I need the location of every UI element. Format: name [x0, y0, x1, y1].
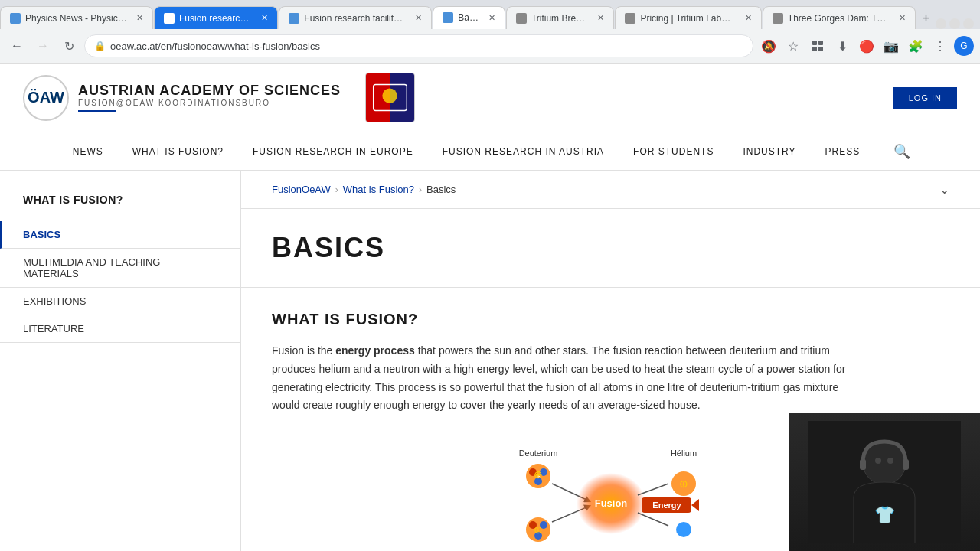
tab-favicon	[625, 13, 635, 24]
address-bar[interactable]: 🔒 oeaw.ac.at/en/fusionoeaw/what-is-fusio…	[84, 34, 753, 57]
lock-icon: 🔒	[94, 41, 106, 51]
tab-three-gorges[interactable]: Three Gorges Dam: The Worl... ✕	[763, 6, 916, 29]
tab-favicon	[773, 13, 783, 24]
tab-close[interactable]: ✕	[894, 13, 906, 23]
svg-line-20	[638, 484, 668, 495]
neutron-particle	[676, 522, 691, 537]
nav-fusion-europe[interactable]: FUSION RESEARCH IN EUROPE	[250, 146, 416, 157]
logo-icon[interactable]: ÖAW	[23, 75, 69, 121]
browser-toolbar: ← → ↻ 🔒 oeaw.ac.at/en/fusionoeaw/what-is…	[0, 29, 980, 63]
menu-button[interactable]: ⋮	[929, 35, 951, 57]
extension-icon-1[interactable]: 🔕	[758, 35, 779, 57]
sidebar-item-basics[interactable]: BASICS	[0, 221, 240, 249]
bookmark-star-icon[interactable]: ☆	[782, 35, 804, 57]
extension-icon-2[interactable]	[807, 35, 828, 57]
logo-underline	[78, 110, 116, 112]
extension-icon-5[interactable]: 📷	[880, 35, 902, 57]
coat-of-arms-emblem	[365, 73, 415, 122]
tab-label: Three Gorges Dam: The Worl...	[788, 13, 890, 24]
window-minimize[interactable]	[936, 18, 946, 29]
svg-text:👕: 👕	[874, 504, 896, 525]
nav-fusion-austria[interactable]: FUSION RESEARCH IN AUSTRIA	[439, 146, 607, 157]
breadcrumb-sep-2: ›	[419, 184, 422, 195]
extension-icon-3[interactable]: ⬇	[831, 35, 853, 57]
sidebar-item-literature[interactable]: LITERATURE	[0, 315, 240, 343]
tab-close[interactable]: ✕	[132, 13, 143, 23]
nav-press[interactable]: PRESS	[822, 146, 864, 157]
sidebar: WHAT IS FUSION? BASICS MULTIMEDIA AND TE…	[0, 171, 241, 551]
nav-what-is-fusion[interactable]: WHAT IS FUSION?	[129, 146, 227, 157]
tab-close[interactable]: ✕	[410, 13, 422, 23]
toolbar-icons: 🔕 ☆ ⬇ 🔴 📷 🧩 ⋮ G	[758, 35, 974, 57]
tab-label: Tritium Breeding	[531, 13, 589, 24]
svg-point-29	[875, 458, 881, 464]
forward-button[interactable]: →	[32, 35, 54, 57]
svg-line-23	[638, 513, 668, 526]
page-title-area: BASICS	[241, 209, 980, 288]
tab-label: Physics News - Physics New...	[25, 13, 127, 24]
section-title: WHAT IS FUSION?	[272, 311, 949, 328]
extension-icon-4[interactable]: 🔴	[856, 35, 877, 57]
sidebar-item-multimedia[interactable]: MULTIMEDIA AND TEACHING MATERIALS	[0, 249, 240, 288]
breadcrumb-what-is-fusion[interactable]: What is Fusion?	[343, 184, 414, 195]
tab-close[interactable]: ✕	[256, 13, 268, 23]
helium-label: Hélium	[670, 448, 696, 458]
tab-basics[interactable]: Basics ✕	[433, 6, 505, 29]
nav-for-students[interactable]: FOR STUDENTS	[630, 146, 717, 157]
tab-favicon	[443, 12, 453, 23]
window-close[interactable]	[963, 18, 974, 29]
window-maximize[interactable]	[949, 18, 960, 29]
svg-point-30	[887, 458, 893, 464]
tab-tritium-breeding[interactable]: Tritium Breeding ✕	[506, 6, 615, 29]
svg-text:⊕: ⊕	[679, 478, 688, 490]
extensions-button[interactable]: 🧩	[905, 35, 926, 57]
section-text-highlight: energy process	[335, 344, 415, 357]
tab-bar: Physics News - Physics New... ✕ Fusion r…	[0, 0, 980, 29]
svg-point-7	[382, 88, 397, 103]
svg-rect-27	[903, 459, 909, 470]
breadcrumb-fusionoeaw[interactable]: FusionOeAW	[272, 184, 331, 195]
login-button[interactable]: LOG IN	[893, 87, 957, 109]
tab-close[interactable]: ✕	[484, 13, 495, 23]
dept-name: FUSION@OEAW KOORDINATIONSBÜRO	[78, 99, 341, 107]
svg-text:Energy: Energy	[652, 500, 681, 510]
site-header: ÖAW AUSTRIAN ACADEMY OF SCIENCES FUSION@…	[0, 64, 980, 132]
tab-pricing-tritium[interactable]: Pricing | Tritium Laboratory ✕	[615, 6, 761, 29]
tab-close[interactable]: ✕	[740, 13, 752, 23]
logo-area: ÖAW AUSTRIAN ACADEMY OF SCIENCES FUSION@…	[23, 73, 893, 122]
tab-favicon	[10, 13, 21, 24]
new-tab-button[interactable]: +	[916, 8, 936, 29]
tab-favicon	[516, 13, 527, 24]
tab-fusion-research-jet[interactable]: Fusion research JET ✕	[154, 6, 278, 29]
reload-button[interactable]: ↻	[58, 35, 80, 57]
tab-fusion-facility[interactable]: Fusion research facility's final... ✕	[279, 6, 432, 29]
breadcrumb-current: Basics	[426, 184, 456, 195]
search-icon[interactable]: 🔍	[893, 143, 910, 160]
org-name: AUSTRIAN ACADEMY OF SCIENCES	[78, 83, 341, 99]
nav-industry[interactable]: INDUSTRY	[740, 146, 799, 157]
svg-marker-22	[691, 499, 699, 511]
sidebar-title: WHAT IS FUSION?	[0, 194, 240, 221]
section-text: Fusion is the energy process that powers…	[272, 342, 846, 415]
logo-text-area: AUSTRIAN ACADEMY OF SCIENCES FUSION@OEAW…	[78, 83, 341, 112]
tab-favicon	[289, 13, 299, 24]
fusion-diagram-svg: Deuterium Hélium Tritium Neutron +	[488, 445, 733, 551]
breadcrumb-sep-1: ›	[335, 184, 338, 195]
nav-news[interactable]: NEWS	[70, 146, 106, 157]
video-person: 👕	[789, 413, 980, 551]
tab-physics-news[interactable]: Physics News - Physics New... ✕	[0, 6, 153, 29]
svg-rect-1	[818, 41, 823, 45]
svg-text:⊕: ⊕	[534, 523, 543, 536]
fusion-diagram: Deuterium Hélium Tritium Neutron +	[488, 445, 733, 551]
person-silhouette-svg: 👕	[808, 421, 961, 543]
tab-label: Pricing | Tritium Laboratory	[640, 13, 735, 24]
tab-favicon	[164, 13, 175, 24]
video-overlay: 👕	[789, 413, 980, 551]
sidebar-item-exhibitions[interactable]: EXHIBITIONS	[0, 288, 240, 315]
chevron-down-icon[interactable]: ⌄	[939, 182, 949, 197]
back-button[interactable]: ←	[6, 35, 28, 57]
page-title: BASICS	[272, 232, 949, 264]
profile-button[interactable]: G	[954, 36, 974, 56]
tab-close[interactable]: ✕	[593, 13, 604, 23]
logo-acronym: ÖAW	[28, 89, 64, 106]
